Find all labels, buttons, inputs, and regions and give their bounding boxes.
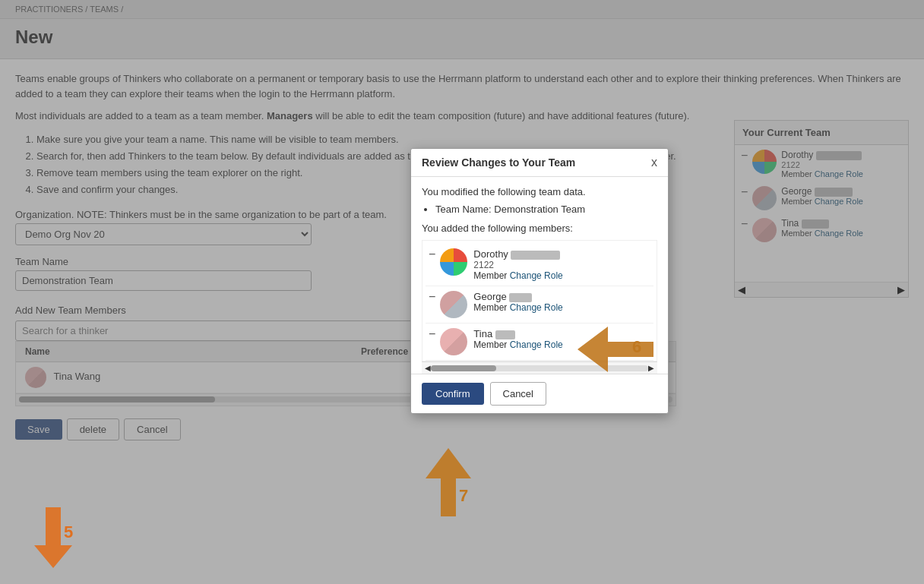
modal-footer: Confirm Cancel (411, 374, 668, 413)
modal-george-change-role[interactable]: Change Role (510, 302, 563, 313)
modal-member-george: − George Member Change Role (426, 286, 653, 324)
modal-member-dorothy: − Dorothy 2122 Member Change Role (426, 244, 653, 286)
changes-list: Team Name: Demonstration Team (435, 204, 657, 215)
confirm-button[interactable]: Confirm (422, 383, 484, 405)
modal-close-button[interactable]: x (651, 156, 657, 169)
modal-tina-name: Tina (473, 328, 650, 339)
modal-scroll-left[interactable]: ◀ (425, 364, 431, 372)
modal-cancel-button[interactable]: Cancel (490, 382, 546, 406)
review-modal: Review Changes to Your Team x You modifi… (410, 148, 669, 414)
modal-avatar-tina (440, 328, 467, 355)
added-members-label: You added the following members: (422, 223, 657, 234)
team-name-change: Team Name: Demonstration Team (435, 204, 657, 215)
modal-dorothy-info: Dorothy 2122 Member Change Role (473, 248, 650, 281)
modal-george-name: George (473, 291, 650, 302)
modal-remove-george[interactable]: − (429, 291, 435, 303)
modal-h-scrollbar[interactable]: ◀ ▶ (422, 361, 657, 374)
modal-dorothy-code: 2122 (473, 260, 650, 270)
modal-tina-change-role[interactable]: Change Role (510, 339, 563, 350)
modal-george-info: George Member Change Role (473, 291, 650, 313)
modal-scroll-right[interactable]: ▶ (648, 364, 654, 372)
modified-text: You modified the following team data. (422, 186, 657, 197)
modal-avatar-george (440, 291, 467, 318)
page-wrapper: PRACTITIONERS / TEAMS / New Teams enable… (0, 0, 924, 584)
modal-remove-dorothy[interactable]: − (429, 248, 435, 260)
modal-tina-role: Member Change Role (473, 339, 650, 350)
modal-member-tina: − Tina Member Change Role (426, 324, 653, 361)
modal-body: You modified the following team data. Te… (411, 177, 668, 374)
modal-scrollbar-track (431, 365, 648, 371)
modal-title: Review Changes to Your Team (422, 156, 575, 169)
modal-members-scroll[interactable]: − Dorothy 2122 Member Change Role − (422, 240, 657, 361)
modal-dorothy-name: Dorothy (473, 248, 650, 260)
modal-remove-tina[interactable]: − (429, 328, 435, 340)
modal-header: Review Changes to Your Team x (411, 149, 668, 177)
modal-dorothy-change-role[interactable]: Change Role (510, 270, 563, 281)
modal-avatar-dorothy (440, 248, 467, 276)
modal-scrollbar-thumb (431, 365, 496, 371)
modal-dorothy-role: Member Change Role (473, 270, 650, 281)
modal-tina-info: Tina Member Change Role (473, 328, 650, 350)
modal-george-role: Member Change Role (473, 302, 650, 313)
